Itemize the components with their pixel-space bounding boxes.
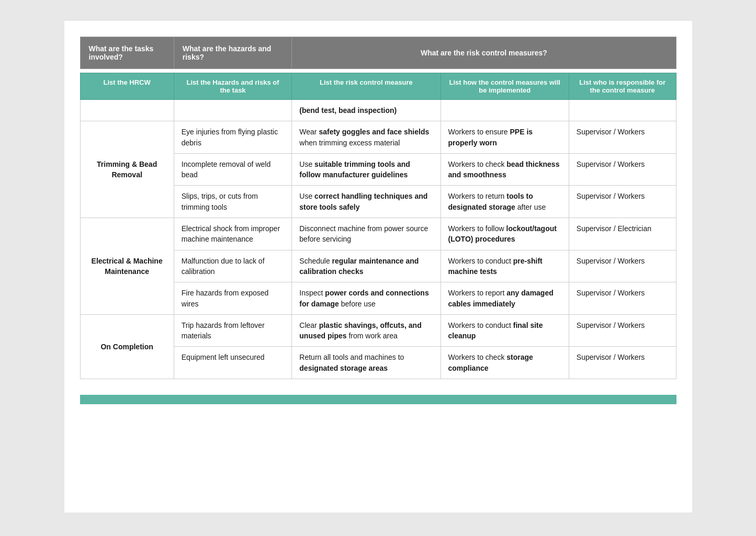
cell-hazard-5: Malfunction due to lack of calibration (174, 250, 292, 282)
cell-hazard-7: Trip hazards from leftover materials (174, 314, 292, 347)
sh-hazards: List the Hazards and risks of the task (174, 73, 292, 100)
cell-hazard-6: Fire hazards from exposed wires (174, 282, 292, 315)
cell-hazard-4: Electrical shock from improper machine m… (174, 218, 292, 250)
table-row: Electrical & Machine Maintenance Electri… (80, 218, 676, 250)
cell-control-7: Clear plastic shavings, offcuts, and unu… (292, 314, 441, 347)
cell-task-electrical: Electrical & Machine Maintenance (80, 218, 174, 315)
sub-header-row: List the HRCW List the Hazards and risks… (80, 73, 676, 100)
th-hazards: What are the hazards and risks? (174, 37, 292, 69)
table-row-extra: (bend test, bead inspection) (80, 100, 676, 121)
th-tasks: What are the tasks involved? (80, 37, 174, 69)
sh-responsible: List who is responsible for the control … (569, 73, 676, 100)
page-container: What are the tasks involved? What are th… (64, 21, 692, 512)
cell-task-trimming: Trimming & Bead Removal (80, 121, 174, 218)
cell-control-6: Inspect power cords and connections for … (292, 282, 441, 315)
cell-control-extra: (bend test, bead inspection) (292, 100, 441, 121)
cell-resp-empty (569, 100, 676, 121)
cell-control-8: Return all tools and machines to designa… (292, 347, 441, 379)
cell-resp-4: Supervisor / Electrician (569, 218, 676, 250)
table-row: On Completion Trip hazards from leftover… (80, 314, 676, 347)
sh-control-measure: List the risk control measure (292, 73, 441, 100)
risk-table: What are the tasks involved? What are th… (80, 37, 676, 379)
cell-impl-8: Workers to check storage compliance (441, 347, 569, 379)
cell-impl-empty (441, 100, 569, 121)
bottom-bar (80, 395, 676, 404)
cell-control-2: Use suitable trimming tools and follow m… (292, 153, 441, 186)
cell-impl-4: Workers to follow lockout/tagout (LOTO) … (441, 218, 569, 250)
cell-task-completion: On Completion (80, 314, 174, 379)
sh-hrcw: List the HRCW (80, 73, 174, 100)
cell-impl-3: Workers to return tools to designated st… (441, 186, 569, 218)
th-controls: What are the risk control measures? (292, 37, 676, 69)
cell-control-4: Disconnect machine from power source bef… (292, 218, 441, 250)
cell-impl-7: Workers to conduct final site cleanup (441, 314, 569, 347)
cell-hazard-empty (174, 100, 292, 121)
top-header-row: What are the tasks involved? What are th… (80, 37, 676, 69)
cell-resp-2: Supervisor / Workers (569, 153, 676, 186)
cell-impl-1: Workers to ensure PPE is properly worn (441, 121, 569, 154)
cell-resp-3: Supervisor / Workers (569, 186, 676, 218)
cell-impl-2: Workers to check bead thickness and smoo… (441, 153, 569, 186)
cell-control-3: Use correct handling techniques and stor… (292, 186, 441, 218)
cell-hazard-3: Slips, trips, or cuts from trimming tool… (174, 186, 292, 218)
cell-resp-1: Supervisor / Workers (569, 121, 676, 154)
cell-hazard-8: Equipment left unsecured (174, 347, 292, 379)
spacer-row (80, 69, 676, 73)
cell-task-empty (80, 100, 174, 121)
cell-resp-7: Supervisor / Workers (569, 314, 676, 347)
cell-impl-6: Workers to report any damaged cables imm… (441, 282, 569, 315)
cell-resp-6: Supervisor / Workers (569, 282, 676, 315)
table-row: Trimming & Bead Removal Eye injuries fro… (80, 121, 676, 154)
cell-control-5: Schedule regular maintenance and calibra… (292, 250, 441, 282)
cell-impl-5: Workers to conduct pre-shift machine tes… (441, 250, 569, 282)
sh-implementation: List how the control measures will be im… (441, 73, 569, 100)
cell-control-1: Wear safety goggles and face shields whe… (292, 121, 441, 154)
cell-hazard-2: Incomplete removal of weld bead (174, 153, 292, 186)
cell-hazard-1: Eye injuries from flying plastic debris (174, 121, 292, 154)
cell-resp-5: Supervisor / Workers (569, 250, 676, 282)
cell-resp-8: Supervisor / Workers (569, 347, 676, 379)
